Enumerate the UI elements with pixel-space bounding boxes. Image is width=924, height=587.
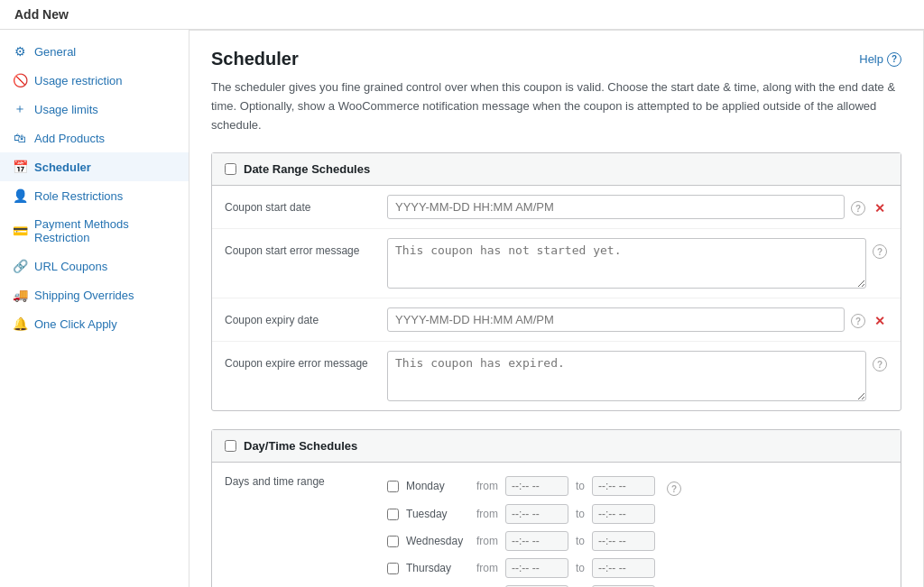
sidebar-label-payment-methods: Payment Methods Restriction	[34, 217, 176, 244]
days-label: Days and time range	[225, 472, 387, 488]
content-title: Scheduler	[211, 49, 299, 69]
coupon-expiry-date-label: Coupon expiry date	[225, 307, 387, 328]
coupon-start-error-row: Coupon start error message ?	[212, 229, 901, 298]
monday-checkbox[interactable]	[387, 481, 399, 492]
plus-icon: ＋	[13, 102, 27, 116]
thursday-to-label: to	[576, 562, 585, 574]
day-time-body: Days and time range Monday from to ?	[212, 463, 901, 587]
wednesday-to-input[interactable]	[592, 531, 655, 551]
tuesday-to-input[interactable]	[592, 504, 655, 524]
question-icon-start-error: ?	[872, 243, 888, 260]
sidebar-item-add-products[interactable]: 🛍 Add Products	[0, 124, 189, 152]
coupon-expiry-date-field: ? ✕	[387, 307, 888, 332]
page-title: Add New	[14, 7, 69, 22]
day-row-thursday: Thursday from to	[387, 555, 888, 582]
sidebar-label-url-coupons: URL Coupons	[34, 260, 107, 273]
person-icon: 👤	[13, 188, 27, 203]
sidebar-label-usage-limits: Usage limits	[34, 103, 98, 116]
coupon-start-date-row: Coupon start date ? ✕	[212, 186, 901, 229]
monday-label: Monday	[406, 480, 469, 492]
sidebar-item-usage-restriction[interactable]: 🚫 Usage restriction	[0, 66, 189, 95]
days-header-row: Days and time range Monday from to ?	[225, 472, 888, 587]
day-row-wednesday: Wednesday from to	[387, 527, 888, 555]
sidebar-label-add-products: Add Products	[34, 132, 105, 145]
sidebar-item-url-coupons[interactable]: 🔗 URL Coupons	[0, 252, 189, 280]
coupon-expire-error-input[interactable]	[387, 351, 866, 401]
sidebar-label-one-click-apply: One Click Apply	[34, 317, 117, 331]
coupon-start-date-label: Coupon start date	[225, 195, 387, 216]
day-time-checkbox[interactable]	[225, 440, 236, 452]
card-icon: 💳	[13, 224, 27, 238]
days-content: Monday from to ? Tuesday from	[387, 472, 888, 587]
thursday-label: Thursday	[406, 562, 469, 574]
date-range-body: Coupon start date ? ✕ Coupon start error…	[212, 186, 901, 410]
scheduler-description: The scheduler gives you fine grained con…	[211, 78, 901, 134]
coupon-start-date-field: ? ✕	[387, 195, 888, 219]
sidebar-label-general: General	[34, 45, 76, 59]
sidebar-item-scheduler[interactable]: 📅 Scheduler	[0, 152, 189, 181]
sidebar-item-role-restrictions[interactable]: 👤 Role Restrictions	[0, 181, 189, 210]
coupon-expire-error-label: Coupon expire error message	[225, 351, 387, 371]
sidebar-label-usage-restriction: Usage restriction	[34, 74, 123, 87]
question-icon-expire-error: ?	[872, 356, 888, 372]
close-icon-start-date[interactable]: ✕	[872, 200, 888, 216]
monday-from-label: from	[476, 480, 498, 492]
monday-question-icon: ?	[666, 481, 682, 497]
sidebar-label-shipping-overrides: Shipping Overrides	[34, 289, 134, 302]
coupon-start-error-input[interactable]	[387, 238, 866, 289]
coupon-expiry-date-input[interactable]	[387, 307, 845, 332]
truck-icon: 🚚	[13, 288, 27, 302]
monday-to-label: to	[576, 480, 585, 492]
help-icon: ?	[887, 52, 901, 67]
day-row-tuesday: Tuesday from to	[387, 500, 888, 527]
gear-icon: ⚙	[13, 44, 27, 59]
tuesday-checkbox[interactable]	[387, 509, 399, 520]
coupon-start-error-field: ?	[387, 238, 888, 289]
help-label: Help	[859, 52, 883, 66]
thursday-checkbox[interactable]	[387, 563, 399, 574]
question-icon-expiry-date: ?	[850, 313, 866, 329]
app-header: Add New	[0, 0, 924, 30]
thursday-from-input[interactable]	[505, 558, 568, 578]
wednesday-label: Wednesday	[406, 535, 469, 547]
wednesday-from-label: from	[476, 535, 498, 547]
coupon-start-error-label: Coupon start error message	[225, 238, 387, 259]
sidebar: ⚙ General 🚫 Usage restriction ＋ Usage li…	[0, 30, 189, 587]
wednesday-checkbox[interactable]	[387, 536, 399, 547]
close-icon-expiry-date[interactable]: ✕	[872, 313, 888, 329]
date-range-section: Date Range Schedules Coupon start date ?…	[211, 152, 901, 411]
restriction-icon: 🚫	[13, 73, 27, 87]
monday-from-input[interactable]	[505, 476, 568, 496]
wednesday-from-input[interactable]	[505, 531, 568, 551]
tuesday-label: Tuesday	[406, 508, 469, 520]
day-time-section: Day/Time Schedules Days and time range M…	[211, 429, 901, 587]
help-link[interactable]: Help ?	[859, 52, 901, 67]
sidebar-item-payment-methods[interactable]: 💳 Payment Methods Restriction	[0, 210, 189, 252]
content-header: Scheduler Help ?	[211, 49, 901, 69]
sidebar-item-shipping-overrides[interactable]: 🚚 Shipping Overrides	[0, 280, 189, 309]
coupon-expire-error-field: ?	[387, 351, 888, 401]
sidebar-item-general[interactable]: ⚙ General	[0, 37, 189, 66]
tuesday-from-label: from	[476, 508, 498, 520]
day-row-monday: Monday from to ?	[387, 472, 888, 500]
coupon-expire-error-row: Coupon expire error message ?	[212, 342, 901, 410]
coupon-expiry-date-row: Coupon expiry date ? ✕	[212, 298, 901, 342]
sidebar-item-usage-limits[interactable]: ＋ Usage limits	[0, 95, 189, 124]
question-icon-start-date: ?	[850, 200, 866, 216]
bag-icon: 🛍	[13, 131, 27, 145]
day-row-friday: Friday from to	[387, 582, 888, 587]
monday-to-input[interactable]	[592, 476, 655, 496]
tuesday-from-input[interactable]	[505, 504, 568, 524]
sidebar-label-role-restrictions: Role Restrictions	[34, 189, 123, 203]
day-time-label: Day/Time Schedules	[244, 439, 357, 453]
sidebar-item-one-click-apply[interactable]: 🔔 One Click Apply	[0, 309, 189, 338]
date-range-checkbox[interactable]	[225, 163, 236, 175]
calendar-icon: 📅	[13, 160, 27, 174]
thursday-to-input[interactable]	[592, 558, 655, 578]
bell-icon: 🔔	[13, 316, 27, 331]
tuesday-to-label: to	[576, 508, 585, 520]
coupon-start-date-input[interactable]	[387, 195, 845, 219]
thursday-from-label: from	[476, 562, 498, 574]
main-content: Scheduler Help ? The scheduler gives you…	[189, 30, 924, 587]
day-time-header: Day/Time Schedules	[212, 430, 901, 463]
